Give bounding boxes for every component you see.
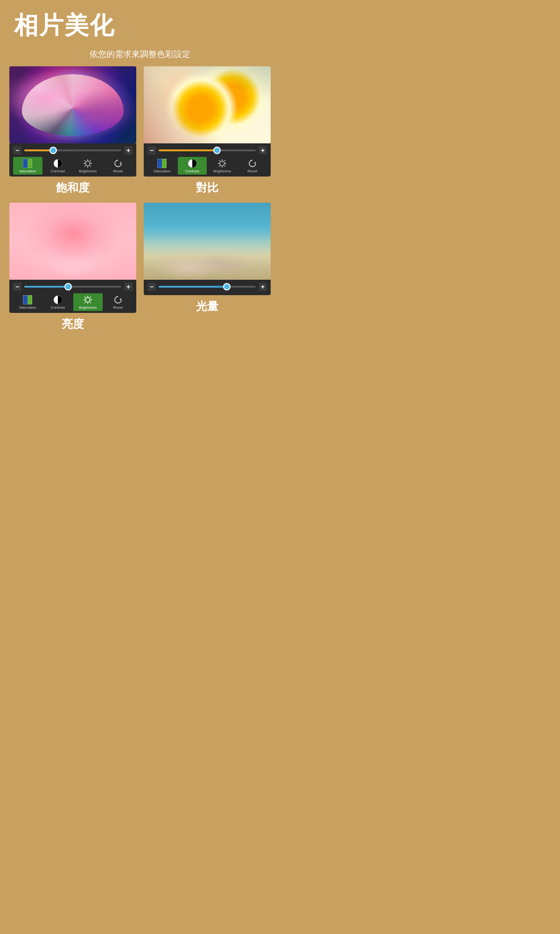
contrast-label-2: Contrast (185, 169, 199, 173)
card-saturation: − + (9, 66, 136, 195)
svg-line-23 (219, 160, 220, 161)
photo-cupcake (9, 203, 136, 280)
slider-track-saturation[interactable] (24, 149, 121, 151)
reset-icon-1 (113, 158, 123, 169)
reset-label-3: Reset (113, 305, 123, 310)
svg-rect-29 (28, 295, 32, 304)
brightness-icon-3 (83, 295, 93, 305)
svg-line-12 (84, 166, 85, 167)
slider-track-brightness[interactable] (24, 286, 121, 288)
slider-fill-contrast (159, 149, 217, 151)
svg-point-18 (220, 161, 224, 166)
brightness-label-3: Brightness (79, 305, 97, 310)
minus-button-saturation[interactable]: − (13, 146, 21, 155)
reset-label-1: Reset (113, 169, 123, 173)
svg-line-26 (219, 166, 220, 167)
subtitle: 依您的需求來調整色彩設定 (0, 46, 280, 66)
reset-button-1[interactable]: Reset (104, 157, 133, 175)
plus-button-exposure[interactable]: + (259, 283, 267, 291)
brightness-button-3[interactable]: Brightness (73, 293, 103, 311)
svg-line-9 (84, 160, 85, 161)
reset-icon-3 (113, 295, 123, 305)
svg-marker-13 (119, 162, 121, 163)
control-bar-brightness: − + (9, 280, 136, 313)
svg-line-40 (84, 302, 85, 303)
saturation-icon-1 (22, 158, 33, 169)
svg-line-37 (84, 297, 85, 297)
cards-grid: − + (0, 66, 280, 332)
saturation-label-1: Saturation (19, 169, 36, 173)
reset-button-2[interactable]: Reset (238, 157, 267, 175)
slider-row-brightness: − + (13, 283, 133, 291)
svg-marker-27 (254, 162, 256, 163)
plus-button-brightness[interactable]: + (124, 283, 133, 291)
slider-track-exposure[interactable] (159, 286, 256, 288)
saturation-button-2[interactable]: Saturation (147, 157, 177, 175)
plus-button-contrast[interactable]: + (259, 146, 267, 155)
saturation-icon-2 (157, 158, 167, 169)
slider-fill-brightness (24, 286, 68, 288)
card-contrast: − + (144, 66, 271, 195)
saturation-icon-3 (22, 295, 33, 305)
reset-label-2: Reset (247, 169, 257, 173)
contrast-button-1[interactable]: Contrast (43, 157, 73, 175)
brightness-icon-1 (83, 158, 93, 169)
brightness-label-2: Brightness (213, 169, 231, 173)
svg-line-11 (90, 160, 91, 161)
slider-fill-saturation (24, 149, 53, 151)
slider-thumb-exposure (223, 283, 231, 290)
page: 相片美化 依您的需求來調整色彩設定 − + (0, 0, 280, 467)
minus-button-brightness[interactable]: − (13, 283, 21, 291)
photo-couple (144, 203, 271, 280)
control-bar-saturation: − + (9, 143, 136, 177)
plus-button-saturation[interactable]: + (124, 146, 133, 155)
reset-icon-2 (247, 158, 258, 169)
title-section: 相片美化 (0, 0, 280, 46)
buttons-row-brightness: Saturation Contrast (13, 293, 133, 311)
brightness-label-1: Brightness (79, 169, 97, 173)
brightness-icon-2 (217, 158, 227, 169)
reset-button-3[interactable]: Reset (104, 293, 133, 311)
svg-point-32 (85, 297, 90, 302)
saturation-label-2: Saturation (154, 169, 170, 173)
contrast-label-3: Contrast (51, 305, 65, 310)
slider-row-saturation: − + (13, 146, 133, 155)
brightness-button-2[interactable]: Brightness (208, 157, 237, 175)
contrast-label-1: Contrast (51, 169, 65, 173)
buttons-row-contrast: Saturation Contrast (147, 157, 267, 175)
card-label-exposure: 光量 (144, 299, 271, 314)
slider-thumb-brightness (64, 283, 72, 290)
slider-thumb-contrast (213, 147, 221, 154)
svg-rect-1 (28, 159, 32, 168)
control-bar-exposure: − + (144, 280, 271, 295)
svg-line-25 (224, 160, 225, 161)
slider-track-contrast[interactable] (159, 149, 256, 151)
svg-line-10 (90, 166, 91, 167)
card-label-contrast: 對比 (144, 180, 271, 195)
svg-line-24 (224, 166, 225, 167)
contrast-button-2[interactable]: Contrast (178, 157, 207, 175)
minus-button-exposure[interactable]: − (147, 283, 156, 291)
brightness-button-1[interactable]: Brightness (73, 157, 103, 175)
buttons-row-saturation: Saturation Contrast (13, 157, 133, 175)
card-label-brightness: 亮度 (9, 317, 136, 332)
svg-line-39 (90, 297, 91, 297)
contrast-icon-1 (53, 158, 63, 169)
photo-rose (9, 66, 136, 143)
slider-row-contrast: − + (147, 146, 267, 155)
slider-row-exposure: − + (147, 283, 267, 291)
card-brightness: − + (9, 203, 136, 332)
saturation-button-1[interactable]: Saturation (13, 157, 42, 175)
main-title: 相片美化 (14, 9, 266, 42)
slider-thumb-saturation (49, 147, 57, 154)
svg-line-38 (90, 302, 91, 303)
card-exposure: − + 光量 (144, 203, 271, 332)
contrast-icon-3 (53, 295, 63, 305)
svg-rect-15 (162, 159, 167, 168)
contrast-button-3[interactable]: Contrast (43, 293, 73, 311)
minus-button-contrast[interactable]: − (147, 146, 156, 155)
slider-fill-exposure (159, 286, 227, 288)
card-label-saturation: 飽和度 (9, 180, 136, 195)
saturation-button-3[interactable]: Saturation (13, 293, 42, 311)
photo-eggs (144, 66, 271, 143)
